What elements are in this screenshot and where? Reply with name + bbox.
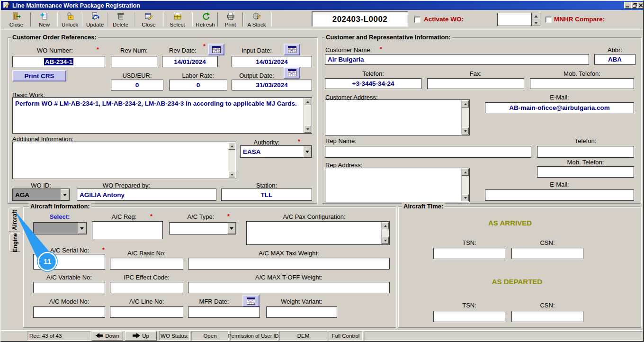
close-window-icon[interactable] <box>637 2 644 9</box>
ac-reg-field[interactable] <box>92 221 163 239</box>
input-date-calendar-button[interactable] <box>284 44 300 55</box>
mfr-date-calendar-button[interactable] <box>242 295 259 307</box>
rev-date-field[interactable]: 14/01/2024 <box>162 56 218 67</box>
usd-eur-field[interactable]: 0 <box>111 80 163 90</box>
scroll-up-button[interactable] <box>228 143 235 150</box>
trash-icon <box>116 12 125 21</box>
scroll-down-button[interactable] <box>462 127 469 135</box>
email-field[interactable]: AB-main-oficce@airbulgaria.com <box>485 102 634 113</box>
required-marker: * <box>97 46 99 53</box>
labor-rate-field[interactable]: 0 <box>169 80 227 90</box>
ac-type-dropdown[interactable] <box>169 222 236 234</box>
rep-name-field[interactable] <box>325 146 531 158</box>
scroll-down-button[interactable] <box>462 194 469 201</box>
usd-eur-label: USD/EUR: <box>111 72 163 79</box>
additional-info-textarea[interactable] <box>12 142 236 179</box>
select-button[interactable]: Select <box>165 11 190 28</box>
toolbar-separator <box>134 12 135 27</box>
basic-work-textarea[interactable]: Perform WO # LM-AB-234-1, LM-AB-234-2, L… <box>12 97 312 134</box>
authority-dropdown[interactable]: EASA <box>240 145 312 158</box>
customer-address-textarea[interactable] <box>325 99 470 135</box>
mob-telefon-field[interactable] <box>530 78 634 89</box>
fax-field[interactable] <box>427 78 524 89</box>
close-form-button[interactable]: Close <box>136 11 161 28</box>
activate-wo-spinner-input[interactable] <box>497 13 532 26</box>
update-button[interactable]: Update <box>83 11 107 28</box>
down-button[interactable]: Down <box>92 331 123 341</box>
ac-variable-no-field[interactable] <box>33 282 105 293</box>
arrived-csn-field[interactable] <box>511 248 583 259</box>
rep-telefon-field[interactable] <box>537 146 634 158</box>
customer-name-field[interactable]: Air Bulgaria <box>325 54 589 65</box>
vertical-scrollbar[interactable] <box>304 98 311 133</box>
wo-prepared-by-field[interactable]: AGILIA Antony <box>77 189 216 201</box>
departed-tsn-field[interactable] <box>433 311 505 322</box>
arrived-tsn-field[interactable] <box>433 248 505 259</box>
a-stock-button[interactable]: A Stock <box>244 11 269 28</box>
dropdown-arrow-icon[interactable] <box>303 146 312 157</box>
scroll-up-button[interactable] <box>382 222 389 229</box>
dropdown-arrow-icon[interactable] <box>61 189 69 200</box>
minimize-button[interactable] <box>624 2 631 9</box>
mnhr-compare-checkbox[interactable] <box>546 17 552 23</box>
station-field[interactable]: TLL <box>221 189 312 201</box>
vertical-scrollbar[interactable] <box>461 100 469 135</box>
tab-aircraft[interactable]: Aircraft <box>9 207 20 232</box>
scroll-down-button[interactable] <box>304 126 311 133</box>
rep-email-field[interactable] <box>485 189 634 201</box>
spinner-up-button[interactable] <box>532 13 540 19</box>
new-document-icon <box>40 12 49 21</box>
statusbar-divider <box>1 330 643 331</box>
ac-pax-config-textarea[interactable] <box>246 221 390 245</box>
required-marker: * <box>227 213 230 220</box>
departed-csn-field[interactable] <box>511 311 583 322</box>
wo-number-field[interactable]: AB-234-1 <box>12 56 105 67</box>
output-date-label: Output Date: <box>232 72 282 79</box>
close-exit-button[interactable]: Close <box>4 11 29 28</box>
ac-model-no-field[interactable] <box>33 306 105 318</box>
aircraft-select-dropdown[interactable] <box>33 222 87 234</box>
ac-serial-no-field[interactable] <box>33 254 105 270</box>
dropdown-arrow-icon[interactable] <box>78 223 86 234</box>
ac-max-taxi-weight-field[interactable] <box>188 258 390 270</box>
weight-variant-field[interactable] <box>266 306 337 318</box>
print-crs-button[interactable]: Print CRS <box>12 70 66 81</box>
scroll-up-button[interactable] <box>462 100 469 108</box>
record-counter-panel: Rec: 43 of 43 <box>27 331 90 341</box>
vertical-scrollbar[interactable] <box>461 169 469 201</box>
rev-date-calendar-button[interactable] <box>208 44 224 55</box>
ac-max-toff-weight-field[interactable] <box>188 282 390 293</box>
input-date-field[interactable]: 14/01/2024 <box>232 56 312 67</box>
tab-engine[interactable]: Engine <box>9 233 20 252</box>
scroll-up-button[interactable] <box>304 98 311 105</box>
wo-id-dropdown[interactable]: AGA <box>12 189 70 201</box>
arrow-left-icon <box>96 333 103 339</box>
telefon-label: Telefon: <box>325 70 421 77</box>
dropdown-arrow-icon[interactable] <box>227 223 236 234</box>
unlock-button[interactable]: Unlock <box>58 11 81 28</box>
scroll-down-button[interactable] <box>382 237 389 244</box>
ac-basic-no-field[interactable] <box>110 258 183 270</box>
rep-mob-telefon-field[interactable] <box>537 166 634 178</box>
spinner-down-button[interactable] <box>532 19 540 26</box>
rep-address-textarea[interactable] <box>325 168 470 202</box>
delete-button[interactable]: Delete <box>108 11 133 28</box>
telefon-field[interactable]: +3-3445-34-24 <box>325 78 421 89</box>
refresh-button[interactable]: Refresh <box>194 11 217 28</box>
activate-wo-checkbox[interactable] <box>414 17 420 23</box>
scroll-up-button[interactable] <box>462 169 469 176</box>
card-file-icon <box>173 12 182 21</box>
abbr-field[interactable]: ABA <box>594 54 635 65</box>
up-button[interactable]: Up <box>125 331 157 341</box>
vertical-scrollbar[interactable] <box>381 222 389 244</box>
ipc-effect-code-field[interactable] <box>110 282 183 293</box>
output-date-field[interactable]: 31/03/2024 <box>232 80 312 90</box>
scroll-down-button[interactable] <box>228 171 235 178</box>
rev-num-field[interactable] <box>111 56 157 67</box>
mfr-date-field[interactable] <box>188 306 260 318</box>
new-button[interactable]: New <box>32 11 56 28</box>
vertical-scrollbar[interactable] <box>228 143 235 178</box>
ac-line-no-field[interactable] <box>110 306 183 318</box>
print-button[interactable]: Print <box>219 11 242 28</box>
output-date-calendar-button[interactable] <box>284 67 300 79</box>
